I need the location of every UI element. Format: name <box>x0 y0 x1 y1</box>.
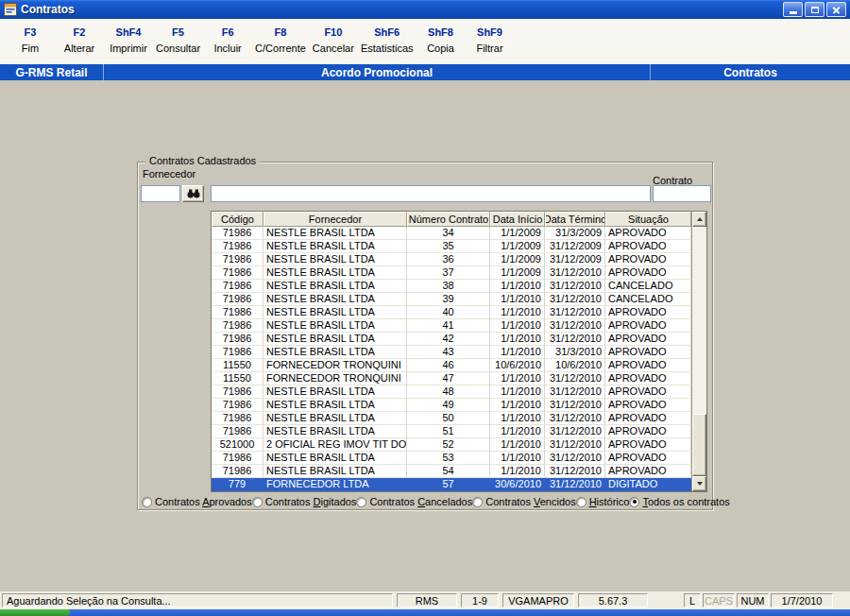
column-header-data-in-cio[interactable]: Data Início <box>490 212 545 227</box>
radio-label: Contratos Digitados <box>265 496 357 507</box>
table-row[interactable]: 71986NESTLE BRASIL LTDA431/1/201031/3/20… <box>212 346 691 359</box>
table-cell: 71986 <box>212 385 264 399</box>
scroll-down-button[interactable] <box>692 476 706 491</box>
filter-radio-todos-os-contratos[interactable]: Todos os contratos <box>629 496 729 507</box>
table-cell: 1/1/2010 <box>490 412 545 425</box>
table-cell: 71986 <box>212 425 264 438</box>
table-cell: NESTLE BRASIL LTDA <box>264 319 407 333</box>
radio-label: Histórico <box>589 496 630 507</box>
table-body: 71986NESTLE BRASIL LTDA341/1/200931/3/20… <box>212 227 691 491</box>
filter-radio-contratos-aprovados[interactable]: Contratos Aprovados <box>142 496 252 507</box>
table-cell: 38 <box>407 280 490 293</box>
table-cell: 31/3/2009 <box>545 227 605 240</box>
toolbar-button-imprimir[interactable]: ShF4Imprimir <box>104 26 153 55</box>
table-row[interactable]: 5210002 OFICIAL REG IMOV TIT DOC SBC521/… <box>212 438 691 452</box>
table-row[interactable]: 71986NESTLE BRASIL LTDA531/1/201031/12/2… <box>212 452 691 465</box>
find-button[interactable] <box>182 185 204 202</box>
column-header-c-digo[interactable]: Código <box>212 212 264 227</box>
fornecedor-label: Fornecedor <box>143 168 196 180</box>
toolbar-button-c-corrente[interactable]: F8C/Corrente <box>252 26 309 55</box>
vertical-scrollbar[interactable] <box>691 212 706 491</box>
window-title: Contratos <box>21 3 783 16</box>
app-icon <box>4 3 17 16</box>
table-cell: 31/12/2010 <box>545 425 605 438</box>
table-cell: 48 <box>407 385 490 399</box>
table-cell: 43 <box>407 346 490 359</box>
fornecedor-code-input[interactable] <box>141 185 180 202</box>
table-cell: 71986 <box>212 346 264 359</box>
toolbar-button-consultar[interactable]: F5Consultar <box>153 26 203 55</box>
table-cell: 31/12/2010 <box>545 385 605 399</box>
table-cell: NESTLE BRASIL LTDA <box>264 240 407 253</box>
table-cell: 1/1/2010 <box>490 372 545 385</box>
radio-button-icon <box>576 497 586 507</box>
table-cell: 31/12/2010 <box>545 319 605 333</box>
table-cell: 71986 <box>212 333 264 346</box>
table-cell: 31/12/2010 <box>545 412 605 425</box>
filter-radio-contratos-digitados[interactable]: Contratos Digitados <box>252 496 357 507</box>
column-header-fornecedor[interactable]: Fornecedor <box>264 212 407 227</box>
table-row[interactable]: 71986NESTLE BRASIL LTDA491/1/201031/12/2… <box>212 399 691 412</box>
toolbar-button-cancelar[interactable]: F10Cancelar <box>309 26 358 55</box>
screen-title: Contratos <box>650 64 850 80</box>
table-cell: NESTLE BRASIL LTDA <box>264 465 407 478</box>
close-button[interactable] <box>826 2 846 17</box>
table-row[interactable]: 11550FORNECEDOR TRONQUINI471/1/201031/12… <box>212 372 691 385</box>
toolbar-button-alterar[interactable]: F2Alterar <box>55 26 104 55</box>
toolbar-key-label: ShF6 <box>361 26 414 38</box>
table-row[interactable]: 11550FORNECEDOR TRONQUINI4610/6/201010/6… <box>212 359 691 372</box>
table-cell: 46 <box>407 359 490 372</box>
table-cell: APROVADO <box>605 399 691 412</box>
minimize-button[interactable] <box>783 2 803 17</box>
filter-radio-contratos-vencidos[interactable]: Contratos Vencidos <box>472 496 575 507</box>
table-row[interactable]: 71986NESTLE BRASIL LTDA401/1/201031/12/2… <box>212 306 691 319</box>
toolbar-action-label: Cancelar <box>312 43 355 54</box>
start-button[interactable] <box>0 609 70 616</box>
scrollbar-thumb[interactable] <box>692 414 706 476</box>
table-cell: NESTLE BRASIL LTDA <box>264 412 407 425</box>
filter-bar: Contratos AprovadosContratos DigitadosCo… <box>142 495 710 508</box>
table-row[interactable]: 71986NESTLE BRASIL LTDA511/1/201031/12/2… <box>212 425 691 438</box>
toolbar-button-fim[interactable]: F3Fim <box>6 26 55 55</box>
table-cell: NESTLE BRASIL LTDA <box>264 425 407 438</box>
column-header-situa-o[interactable]: Situação <box>605 212 691 227</box>
table-row[interactable]: 71986NESTLE BRASIL LTDA371/1/200931/12/2… <box>212 266 691 280</box>
table-row[interactable]: 71986NESTLE BRASIL LTDA421/1/201031/12/2… <box>212 333 691 346</box>
window-controls <box>783 2 846 17</box>
toolbar-button-copia[interactable]: ShF8Copia <box>416 26 466 55</box>
filter-radio-contratos-cancelados[interactable]: Contratos Cancelados <box>356 496 472 507</box>
table-row[interactable]: 71986NESTLE BRASIL LTDA351/1/200931/12/2… <box>212 240 691 253</box>
table-cell: APROVADO <box>605 452 691 465</box>
toolbar-button-filtrar[interactable]: ShF9Filtrar <box>466 26 515 55</box>
status-date: 1/7/2010 <box>771 593 833 607</box>
column-header-data-t-rmino[interactable]: Data Término <box>545 212 605 227</box>
table-row[interactable]: 71986NESTLE BRASIL LTDA381/1/201031/12/2… <box>212 280 691 293</box>
table-row[interactable]: 779FORNECEDOR LTDA5730/6/201031/12/2010D… <box>212 478 691 491</box>
toolbar-action-label: Incluir <box>206 43 249 54</box>
table-row[interactable]: 71986NESTLE BRASIL LTDA341/1/200931/3/20… <box>212 227 691 240</box>
toolbar-button-incluir[interactable]: F6Incluir <box>203 26 252 55</box>
toolbar-button-estatisticas[interactable]: ShF6Estatisticas <box>358 26 416 55</box>
table-row[interactable]: 71986NESTLE BRASIL LTDA411/1/201031/12/2… <box>212 319 691 333</box>
groupbox-title: Contratos Cadastrados <box>145 155 260 166</box>
table-cell: 1/1/2010 <box>490 333 545 346</box>
table-cell: 50 <box>407 412 490 425</box>
toolbar-action-label: Estatisticas <box>361 43 414 54</box>
table-row[interactable]: 71986NESTLE BRASIL LTDA541/1/201031/12/2… <box>212 465 691 478</box>
table-cell: 31/12/2010 <box>545 399 605 412</box>
contrato-input[interactable] <box>653 185 711 202</box>
restore-button[interactable] <box>805 2 824 17</box>
column-header-n-mero-contrato[interactable]: Número Contrato <box>407 212 490 227</box>
radio-label: Todos os contratos <box>642 496 729 507</box>
filter-radio-hist-rico[interactable]: Histórico <box>576 496 630 507</box>
table-row[interactable]: 71986NESTLE BRASIL LTDA361/1/200931/12/2… <box>212 253 691 266</box>
table-cell: 10/6/2010 <box>545 359 605 372</box>
table-row[interactable]: 71986NESTLE BRASIL LTDA501/1/201031/12/2… <box>212 412 691 425</box>
scroll-up-button[interactable] <box>692 212 706 227</box>
fornecedor-name-input[interactable] <box>211 185 651 202</box>
table-row[interactable]: 71986NESTLE BRASIL LTDA391/1/201031/12/2… <box>212 293 691 306</box>
toolbar-key-label: F8 <box>255 26 306 38</box>
table-row[interactable]: 71986NESTLE BRASIL LTDA481/1/201031/12/2… <box>212 385 691 399</box>
table-cell: 47 <box>407 372 490 385</box>
table-cell: 41 <box>407 319 490 333</box>
